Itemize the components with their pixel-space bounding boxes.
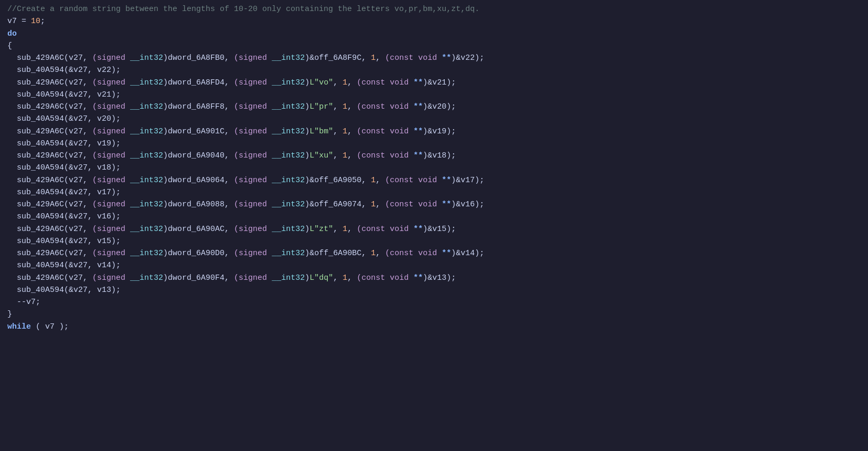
- code-token-plain: ,: [347, 274, 357, 282]
- code-token-plain: v22);: [460, 54, 484, 62]
- code-token-plain: sub_429A6C(v27,: [7, 249, 92, 258]
- code-token-plain: [267, 151, 272, 160]
- code-token-plain: )dword_6A8FF8,: [163, 102, 234, 111]
- code-token-plain: ,: [347, 102, 357, 111]
- code-token-plain: [409, 274, 413, 282]
- code-token-cast-kw: __int32: [272, 274, 305, 282]
- code-token-bold-kw: while: [7, 322, 31, 331]
- code-token-plain: ): [305, 274, 309, 282]
- code-token-purple-kw: (signed: [92, 127, 125, 136]
- code-token-purple-kw: (const void: [385, 249, 437, 258]
- code-token-purple-kw: (const void: [385, 200, 437, 209]
- code-token-purple-kw: (signed: [92, 274, 125, 282]
- code-token-plain: ,: [333, 225, 342, 234]
- code-token-plain: ,: [376, 176, 385, 185]
- code-token-plain: [409, 151, 413, 160]
- code-line: //Create a random string between the len…: [0, 3, 868, 15]
- code-token-plain: sub_429A6C(v27,: [7, 151, 92, 160]
- code-token-bold-kw: **: [442, 249, 451, 258]
- code-token-plain: v20);: [432, 102, 456, 111]
- code-token-plain: ): [423, 225, 427, 234]
- code-token-cast-kw: __int32: [130, 176, 163, 185]
- code-token-var: v7: [7, 17, 17, 26]
- code-token-plain: ,: [333, 102, 342, 111]
- code-token-amp: &: [69, 212, 73, 221]
- code-token-amp: &: [309, 249, 314, 258]
- code-token-plain: [267, 102, 272, 111]
- code-token-num: 1: [371, 176, 376, 185]
- code-line: sub_40A594(&v27, v16);: [0, 211, 868, 223]
- code-line: sub_429A6C(v27, (signed __int32)dword_6A…: [0, 272, 868, 284]
- code-token-cast-kw: __int32: [272, 176, 305, 185]
- code-token-amp: &: [69, 90, 73, 99]
- code-token-plain: v27, v15);: [73, 237, 121, 246]
- code-token-plain: sub_40A594(: [7, 114, 69, 123]
- code-token-plain: ): [305, 249, 309, 258]
- code-token-plain: v27, v19);: [73, 139, 121, 148]
- code-token-plain: [267, 127, 272, 136]
- code-token-plain: ,: [376, 54, 385, 62]
- code-token-plain: v16);: [460, 200, 484, 209]
- code-token-purple-kw: (signed: [92, 151, 125, 160]
- code-token-purple-kw: (signed: [92, 54, 125, 62]
- code-token-plain: sub_40A594(: [7, 261, 69, 270]
- code-token-plain: v21);: [432, 78, 456, 87]
- code-line: sub_429A6C(v27, (signed __int32)dword_6A…: [0, 223, 868, 235]
- code-token-purple-kw: (const void: [357, 78, 409, 87]
- code-token-plain: [409, 78, 413, 87]
- code-token-bold-kw: **: [413, 151, 423, 160]
- code-line: sub_429A6C(v27, (signed __int32)dword_6A…: [0, 174, 868, 186]
- code-token-cast-kw: __int32: [130, 274, 163, 282]
- code-token-amp: &: [309, 176, 314, 185]
- code-token-amp: &: [427, 78, 432, 87]
- code-line: {: [0, 40, 868, 52]
- code-token-plain: ): [423, 102, 427, 111]
- code-line: sub_429A6C(v27, (signed __int32)dword_6A…: [0, 52, 868, 64]
- code-token-amp: &: [427, 102, 432, 111]
- code-line: sub_429A6C(v27, (signed __int32)dword_6A…: [0, 125, 868, 138]
- code-token-plain: v17);: [460, 176, 484, 185]
- code-token-plain: ): [451, 54, 456, 62]
- code-token-plain: sub_429A6C(v27,: [7, 54, 92, 62]
- code-token-plain: [437, 200, 442, 209]
- code-token-amp: &: [69, 139, 73, 148]
- code-token-plain: ): [423, 274, 427, 282]
- code-token-bold-kw: **: [413, 274, 423, 282]
- code-token-plain: ,: [376, 200, 385, 209]
- code-token-cast-kw: __int32: [130, 102, 163, 111]
- code-token-str: L"bm": [309, 127, 333, 136]
- code-token-cast-kw: __int32: [130, 151, 163, 160]
- code-token-plain: ,: [347, 127, 357, 136]
- code-token-plain: [125, 176, 130, 185]
- code-token-plain: )dword_6A90D0,: [163, 249, 234, 258]
- code-token-str: L"zt": [309, 225, 333, 234]
- code-token-plain: [267, 54, 272, 62]
- code-line: sub_40A594(&v27, v20);: [0, 113, 868, 125]
- code-token-plain: ;: [40, 17, 45, 26]
- code-token-plain: v18);: [432, 151, 456, 160]
- code-token-str: L"pr": [309, 102, 333, 111]
- code-token-plain: [267, 200, 272, 209]
- code-token-plain: =: [17, 17, 31, 26]
- code-token-plain: sub_40A594(: [7, 188, 69, 197]
- code-token-plain: ): [305, 127, 309, 136]
- code-token-plain: ): [305, 225, 309, 234]
- code-token-plain: [125, 274, 130, 282]
- code-token-plain: [125, 200, 130, 209]
- code-token-plain: sub_40A594(: [7, 237, 69, 246]
- code-token-cast-kw: __int32: [272, 127, 305, 136]
- code-token-plain: [125, 127, 130, 136]
- code-token-purple-kw: (const void: [385, 54, 437, 62]
- code-line: --v7;: [0, 296, 868, 308]
- code-token-num: 1: [342, 151, 347, 160]
- code-token-bold-kw: **: [413, 225, 423, 234]
- code-line: sub_40A594(&v27, v22);: [0, 64, 868, 76]
- code-token-plain: v27, v14);: [73, 261, 121, 270]
- code-token-plain: [267, 225, 272, 234]
- code-token-amp: &: [427, 225, 432, 234]
- code-token-plain: )dword_6A9040,: [163, 151, 234, 160]
- code-token-plain: v13);: [432, 274, 456, 282]
- code-token-plain: v14);: [460, 249, 484, 258]
- code-token-plain: sub_429A6C(v27,: [7, 200, 92, 209]
- code-token-plain: ( v7 );: [31, 322, 69, 331]
